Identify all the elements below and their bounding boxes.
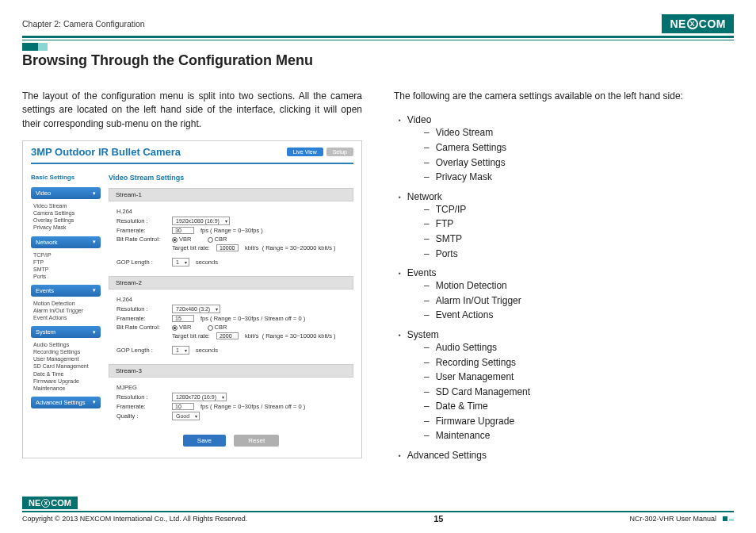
sidebar-section[interactable]: Network — [31, 236, 101, 248]
resolution-select[interactable]: 720x480 (3:2) — [172, 305, 220, 313]
list-item: Date & Time — [424, 399, 734, 414]
settings-list: VideoVideo StreamCamera SettingsOverlay … — [399, 114, 734, 461]
framerate-label: Framerate: — [116, 403, 166, 410]
intro-text-left: The layout of the configuration menu is … — [22, 90, 362, 131]
footer-logo: NEXCOM — [22, 497, 78, 509]
list-category: Advanced Settings — [399, 450, 734, 461]
sidebar-section[interactable]: Video — [31, 187, 101, 199]
sidebar-item[interactable]: SD Card Management — [33, 362, 101, 370]
sidebar-section[interactable]: Advanced Settings — [31, 397, 101, 408]
sidebar-section[interactable]: System — [31, 326, 101, 338]
sidebar-item[interactable]: TCP/IP — [33, 251, 101, 259]
save-button[interactable]: Save — [183, 435, 226, 447]
panel-title: Video Stream Settings — [109, 171, 353, 185]
bitrate-control-label: Bit Rate Control: — [116, 324, 166, 331]
page-tab-decoration — [22, 43, 49, 52]
codec-label: MJPEG — [116, 384, 137, 391]
list-item: User Management — [424, 370, 734, 385]
settings-sidebar: Basic Settings VideoVideo StreamCamera S… — [31, 171, 101, 450]
sidebar-item[interactable]: Ports — [33, 273, 101, 280]
list-item: Ports — [424, 247, 734, 262]
gop-select[interactable]: 1 — [172, 258, 189, 266]
sidebar-item[interactable]: Motion Detection — [33, 300, 101, 307]
sidebar-item[interactable]: Alarm In/Out Trigger — [33, 307, 101, 314]
sidebar-item[interactable]: SMTP — [33, 266, 101, 273]
list-item: Audio Settings — [424, 340, 734, 355]
list-item: Video Stream — [424, 125, 734, 140]
sidebar-section[interactable]: Events — [31, 285, 101, 297]
stream-header: Stream-1 — [109, 188, 353, 201]
page-number: 15 — [247, 514, 629, 523]
copyright-text: Copyright © 2013 NEXCOM International Co… — [22, 515, 247, 523]
list-category: Video — [399, 114, 734, 125]
list-item: FTP — [424, 217, 734, 232]
sidebar-item[interactable]: Date & Time — [33, 370, 101, 378]
vbr-radio[interactable] — [172, 325, 178, 331]
logo-x-icon: X — [687, 18, 698, 29]
list-item: Alarm In/Out Trigger — [424, 293, 734, 309]
list-item: Motion Detection — [424, 278, 734, 293]
sidebar-item[interactable]: Event Actions — [33, 314, 101, 321]
sidebar-item[interactable]: Overlay Settings — [33, 217, 101, 224]
list-item: Overlay Settings — [424, 155, 734, 171]
resolution-label: Resolution : — [116, 305, 166, 313]
target-bitrate-input[interactable]: 10000 — [216, 244, 239, 251]
gop-label: GOP Length : — [116, 259, 166, 266]
chapter-label: Chapter 2: Camera Configuration — [22, 19, 145, 29]
sidebar-item[interactable]: Maintenance — [33, 385, 101, 392]
sidebar-item[interactable]: Privacy Mask — [33, 224, 101, 231]
list-item: Recording Settings — [424, 355, 734, 370]
framerate-input[interactable]: 30 — [172, 227, 194, 234]
framerate-input[interactable]: 10 — [172, 403, 194, 410]
resolution-select[interactable]: 1920x1080 (16:9) — [172, 217, 230, 225]
manual-name: NCr-302-VHR User Manual — [629, 515, 716, 523]
list-item: SD Card Management — [424, 385, 734, 400]
resolution-label: Resolution : — [116, 217, 166, 224]
framerate-input[interactable]: 15 — [172, 315, 194, 322]
list-item: Privacy Mask — [424, 170, 734, 185]
list-item: Camera Settings — [424, 140, 734, 155]
sidebar-item[interactable]: Video Stream — [33, 202, 101, 209]
quality-label: Quality : — [116, 412, 166, 420]
intro-text-right: The following are the camera settings av… — [394, 90, 734, 103]
live-view-button[interactable]: Live View — [287, 148, 323, 156]
list-item: TCP/IP — [424, 202, 734, 217]
vbr-radio[interactable] — [172, 237, 178, 243]
config-screenshot: 3MP Outdoor IR Bullet Camera Live View S… — [22, 140, 362, 458]
reset-button[interactable]: Reset — [234, 435, 279, 447]
codec-label: H.264 — [116, 208, 132, 215]
stream-header: Stream-2 — [109, 276, 353, 290]
list-item: Event Actions — [424, 308, 734, 323]
framerate-label: Framerate: — [116, 315, 166, 322]
gop-select[interactable]: 1 — [172, 346, 189, 355]
brand-logo: NEXCOM — [662, 14, 734, 33]
list-item: SMTP — [424, 232, 734, 247]
cbr-radio[interactable] — [208, 237, 213, 243]
codec-label: H.264 — [116, 296, 132, 303]
gop-label: GOP Length : — [116, 347, 166, 354]
sidebar-item[interactable]: Camera Settings — [33, 209, 101, 217]
sidebar-item[interactable]: Firmware Upgrade — [33, 378, 101, 385]
list-category: Events — [399, 267, 734, 278]
sidebar-item[interactable]: Recording Settings — [33, 348, 101, 355]
sidebar-item[interactable]: User Management — [33, 355, 101, 362]
sidebar-item[interactable]: Audio Settings — [33, 341, 101, 348]
framerate-label: Framerate: — [116, 227, 166, 234]
quality-select[interactable]: Good — [172, 412, 200, 420]
sidebar-title: Basic Settings — [31, 171, 101, 184]
resolution-label: Resolution : — [116, 393, 166, 401]
resolution-select[interactable]: 1280x720 (16:9) — [172, 393, 227, 401]
bitrate-control-label: Bit Rate Control: — [116, 236, 166, 243]
list-item: Firmware Upgrade — [424, 414, 734, 429]
page-title: Browsing Through the Configuration Menu — [22, 52, 734, 69]
setup-button[interactable]: Setup — [326, 148, 353, 156]
list-category: Network — [399, 191, 734, 202]
sidebar-item[interactable]: FTP — [33, 259, 101, 266]
list-item: Maintenance — [424, 428, 734, 443]
camera-title: 3MP Outdoor IR Bullet Camera — [31, 146, 181, 158]
logo-x-icon: X — [41, 499, 50, 508]
list-category: System — [399, 329, 734, 340]
target-bitrate-input[interactable]: 2000 — [216, 332, 239, 339]
cbr-radio[interactable] — [208, 325, 213, 331]
stream-header: Stream-3 — [109, 364, 353, 378]
